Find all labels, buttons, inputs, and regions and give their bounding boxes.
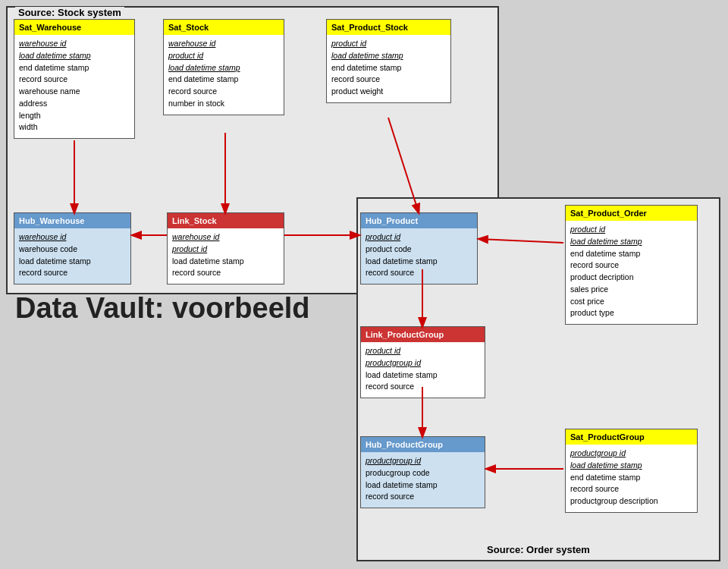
- field: load datetime stamp: [172, 256, 279, 268]
- field: sales price: [570, 284, 692, 296]
- field: warehouse id: [168, 38, 279, 50]
- field: product id: [366, 345, 480, 357]
- hub-product-header: Hub_Product: [361, 213, 477, 228]
- sat-warehouse-card: Sat_Warehouse warehouse id load datetime…: [14, 19, 135, 139]
- hub-warehouse-header: Hub_Warehouse: [14, 213, 130, 228]
- field: productgroup id: [366, 357, 480, 369]
- field: product weight: [331, 86, 446, 98]
- sat-productgroup-card: Sat_ProductGroup productgroup id load da…: [565, 429, 698, 513]
- field: record source: [570, 483, 692, 495]
- field: end datetime stamp: [570, 472, 692, 484]
- sat-product-order-card: Sat_Product_Order product id load dateti…: [565, 205, 698, 325]
- field: length: [19, 110, 130, 122]
- field: record source: [366, 267, 472, 279]
- field: warehouse id: [19, 231, 126, 244]
- field: load datetime stamp: [331, 50, 446, 62]
- source-stock-label: Source: Stock system: [15, 7, 124, 18]
- field: end datetime stamp: [570, 248, 692, 260]
- field: warehouse code: [19, 244, 126, 256]
- sat-product-stock-header: Sat_Product_Stock: [327, 20, 450, 35]
- field: load datetime stamp: [366, 479, 480, 492]
- sat-stock-header: Sat_Stock: [164, 20, 284, 35]
- field: warehouse name: [19, 86, 130, 98]
- field: address: [19, 98, 130, 110]
- field: load datetime stamp: [570, 460, 692, 472]
- sat-product-stock-body: product id load datetime stamp end datet…: [327, 35, 450, 102]
- hub-productgroup-header: Hub_ProductGroup: [361, 437, 485, 452]
- field: product id: [168, 50, 279, 62]
- field: record source: [366, 491, 480, 503]
- link-stock-body: warehouse id product id load datetime st…: [168, 228, 284, 284]
- field: productgroup id: [366, 455, 480, 467]
- field: record source: [168, 86, 279, 98]
- hub-product-card: Hub_Product product id product code load…: [360, 212, 478, 284]
- field: record source: [19, 267, 126, 279]
- link-productgroup-body: product id productgroup id load datetime…: [361, 342, 485, 398]
- field: end datetime stamp: [331, 62, 446, 74]
- sat-product-order-header: Sat_Product_Order: [566, 206, 697, 221]
- field: product type: [570, 307, 692, 319]
- sat-warehouse-body: warehouse id load datetime stamp end dat…: [14, 35, 134, 138]
- field: record source: [19, 74, 130, 86]
- sat-stock-card: Sat_Stock warehouse id product id load d…: [163, 19, 284, 115]
- field: load datetime stamp: [168, 62, 279, 74]
- field: product id: [172, 244, 279, 256]
- field: product id: [366, 231, 472, 244]
- sat-productgroup-header: Sat_ProductGroup: [566, 429, 697, 445]
- field: producgroup code: [366, 467, 480, 479]
- link-productgroup-header: Link_ProductGroup: [361, 327, 485, 342]
- sat-stock-body: warehouse id product id load datetime st…: [164, 35, 284, 115]
- field: productgroup description: [570, 495, 692, 508]
- hub-productgroup-card: Hub_ProductGroup productgroup id producg…: [360, 436, 485, 508]
- field: warehouse id: [172, 231, 279, 244]
- field: load datetime stamp: [366, 369, 480, 382]
- field: number in stock: [168, 98, 279, 110]
- field: product id: [331, 38, 446, 50]
- field: load datetime stamp: [19, 50, 130, 62]
- field: warehouse id: [19, 38, 130, 50]
- field: productgroup id: [570, 448, 692, 460]
- source-order-label: Source: Order system: [487, 544, 590, 555]
- field: end datetime stamp: [19, 62, 130, 74]
- main-container: Source: Stock system Source: Order syste…: [0, 0, 728, 569]
- field: record source: [570, 259, 692, 272]
- hub-product-body: product id product code load datetime st…: [361, 228, 477, 284]
- field: product code: [366, 244, 472, 256]
- field: cost price: [570, 296, 692, 308]
- field: load datetime stamp: [570, 236, 692, 248]
- link-stock-header: Link_Stock: [168, 213, 284, 228]
- field: end datetime stamp: [168, 74, 279, 86]
- field: load datetime stamp: [366, 256, 472, 268]
- link-productgroup-card: Link_ProductGroup product id productgrou…: [360, 326, 485, 398]
- sat-product-order-body: product id load datetime stamp end datet…: [566, 221, 697, 324]
- link-stock-card: Link_Stock warehouse id product id load …: [167, 212, 284, 284]
- field: product decription: [570, 272, 692, 284]
- sat-product-stock-card: Sat_Product_Stock product id load dateti…: [326, 19, 451, 103]
- field: load datetime stamp: [19, 256, 126, 268]
- field: product id: [570, 224, 692, 236]
- hub-productgroup-body: productgroup id producgroup code load da…: [361, 452, 485, 508]
- field: record source: [172, 267, 279, 279]
- hub-warehouse-body: warehouse id warehouse code load datetim…: [14, 228, 130, 284]
- field: record source: [366, 381, 480, 393]
- sat-productgroup-body: productgroup id load datetime stamp end …: [566, 445, 697, 512]
- dv-label: Data Vault: voorbeeld: [15, 292, 310, 325]
- field: record source: [331, 74, 446, 86]
- sat-warehouse-header: Sat_Warehouse: [14, 20, 134, 35]
- hub-warehouse-card: Hub_Warehouse warehouse id warehouse cod…: [14, 212, 131, 284]
- field: width: [19, 121, 130, 134]
